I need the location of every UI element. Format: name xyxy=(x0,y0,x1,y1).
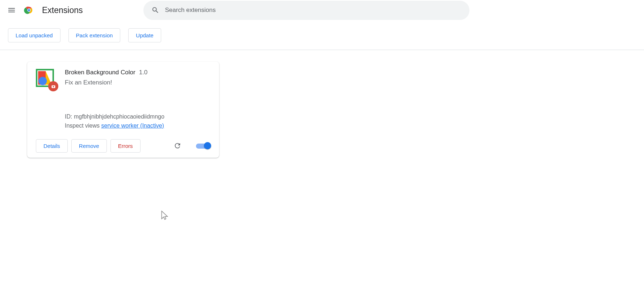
pack-extension-button[interactable]: Pack extension xyxy=(68,28,121,42)
errors-button[interactable]: Errors xyxy=(110,139,141,153)
error-badge-icon xyxy=(48,81,58,91)
load-unpacked-button[interactable]: Load unpacked xyxy=(8,28,60,42)
inspect-views-label: Inspect views xyxy=(65,123,100,129)
enable-toggle[interactable] xyxy=(196,142,210,150)
extension-description: Fix an Extension! xyxy=(65,79,147,86)
svg-point-8 xyxy=(53,86,54,87)
search-bar[interactable] xyxy=(143,1,469,20)
extension-id-label: ID: xyxy=(65,113,72,120)
details-button[interactable]: Details xyxy=(36,139,68,153)
menu-button[interactable] xyxy=(7,6,16,14)
search-icon xyxy=(151,6,159,14)
cursor-icon xyxy=(160,210,170,221)
update-button[interactable]: Update xyxy=(128,28,161,42)
extension-version: 1.0 xyxy=(139,69,148,76)
extension-meta: ID: mgfbhjnibhjdehcphiocaoiediidmngo Ins… xyxy=(65,112,210,130)
extensions-grid: Broken Background Color 1.0 Fix an Exten… xyxy=(0,50,644,158)
extension-name: Broken Background Color xyxy=(65,69,135,76)
inspect-service-worker-link[interactable]: service worker (Inactive) xyxy=(101,123,164,129)
toolbar: Extensions xyxy=(0,0,644,20)
reload-button[interactable] xyxy=(173,142,181,150)
chrome-logo-icon xyxy=(24,5,34,15)
hamburger-icon xyxy=(7,6,16,14)
svg-point-6 xyxy=(38,77,47,85)
extension-id: mgfbhjnibhjdehcphiocaoiediidmngo xyxy=(74,113,164,120)
remove-button[interactable]: Remove xyxy=(71,139,107,153)
dev-actions-row: Load unpacked Pack extension Update xyxy=(0,20,644,50)
page-title: Extensions xyxy=(42,5,83,15)
extension-icon-wrap xyxy=(36,69,54,87)
search-input[interactable] xyxy=(165,7,461,14)
extension-card: Broken Background Color 1.0 Fix an Exten… xyxy=(27,62,219,158)
